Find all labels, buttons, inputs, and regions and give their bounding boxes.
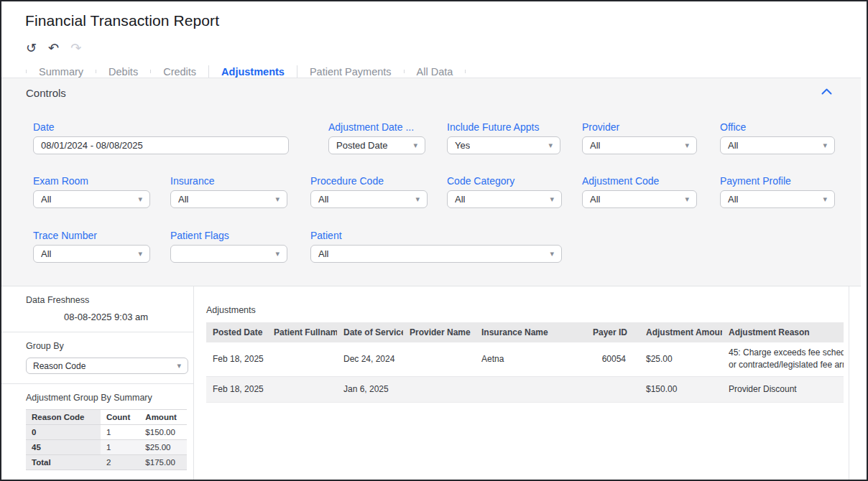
adjustments-header-row: Posted Date Patient Fullname Date of Ser…: [206, 322, 844, 342]
caret-down-icon: ▾: [415, 195, 420, 204]
code-category-dropdown[interactable]: All ▾: [447, 190, 562, 208]
date-range-input[interactable]: 08/01/2024 - 08/08/2025: [33, 136, 289, 154]
group-by-summary-title: Adjustment Group By Summary: [26, 393, 186, 403]
group-by-summary-table: Reason Code Count Amount 0 1 $150.00 45: [26, 409, 187, 470]
cell-date-of-service: Dec 24, 2024: [337, 342, 403, 376]
filter-patient-flags: Patient Flags ▾: [170, 230, 287, 263]
cell-patient-fullname: [267, 342, 337, 376]
caret-down-icon: ▾: [823, 141, 827, 150]
filter-patient-flags-label: Patient Flags: [170, 230, 287, 241]
filter-adjustment-code: Adjustment Code All ▾: [582, 175, 697, 208]
data-freshness-label: Data Freshness: [26, 295, 186, 305]
filter-exam-room-label: Exam Room: [33, 175, 150, 187]
payment-profile-dropdown[interactable]: All ▾: [720, 190, 835, 208]
group-by-section: Group By Reason Code ▾: [1, 332, 193, 384]
cell-insurance-name: [475, 376, 586, 402]
caret-down-icon: ▾: [275, 195, 280, 204]
cell-insurance-name: Aetna: [475, 342, 586, 376]
col-provider-name: Provider Name: [403, 322, 475, 342]
cell-provider-name: [403, 376, 475, 402]
summary-header-row: Reason Code Count Amount: [26, 410, 187, 425]
refresh-icon[interactable]: ↺: [24, 42, 38, 55]
adjustments-table-title: Adjustments: [206, 305, 867, 315]
filter-office-label: Office: [720, 121, 835, 133]
redo-icon: ↷: [69, 42, 83, 55]
adjustment-code-dropdown[interactable]: All ▾: [582, 190, 697, 208]
filter-date: Date 08/01/2024 - 08/08/2025: [33, 121, 289, 154]
filter-include-future-appts: Include Future Appts Yes ▾: [447, 121, 560, 154]
report-body: Data Freshness 08-08-2025 9:03 am Group …: [1, 286, 867, 480]
cell-posted-date: Feb 18, 2025: [206, 376, 267, 402]
adjustment-row[interactable]: Feb 18, 2025 Dec 24, 2024 Aetna 60054 $2…: [206, 342, 844, 376]
collapse-chevron-icon[interactable]: [821, 86, 832, 97]
tab-summary[interactable]: Summary: [27, 65, 96, 78]
summary-row: 0 1 $150.00: [26, 425, 187, 440]
filter-provider-label: Provider: [582, 121, 697, 133]
group-by-dropdown[interactable]: Reason Code ▾: [26, 358, 188, 374]
adjustments-panel: Adjustments Posted Date Patient Fullname…: [194, 286, 867, 480]
cell-posted-date: Feb 18, 2025: [206, 342, 267, 376]
caret-down-icon: ▾: [550, 195, 554, 204]
summary-col-reason-code: Reason Code: [26, 410, 101, 425]
exam-room-dropdown[interactable]: All ▾: [33, 190, 150, 208]
insurance-dropdown[interactable]: All ▾: [170, 190, 287, 208]
filter-payment-profile-label: Payment Profile: [720, 175, 835, 187]
patient-dropdown[interactable]: All ▾: [310, 245, 562, 263]
tab-adjustments[interactable]: Adjustments: [208, 65, 297, 78]
cell-date-of-service: Jan 6, 2025: [337, 376, 403, 402]
col-patient-fullname: Patient Fullname: [267, 322, 337, 342]
tab-credits[interactable]: Credits: [151, 65, 208, 78]
cell-patient-fullname: [267, 376, 337, 402]
col-adjustment-reason: Adjustment Reason: [722, 322, 844, 342]
filter-code-category: Code Category All ▾: [447, 175, 562, 208]
summary-col-count: Count: [101, 410, 139, 425]
cell-provider-name: [403, 342, 475, 376]
include-future-appts-dropdown[interactable]: Yes ▾: [447, 136, 560, 154]
tab-separator: [465, 70, 466, 73]
filter-code-category-label: Code Category: [447, 175, 562, 187]
filter-insurance-label: Insurance: [170, 175, 287, 187]
cell-adjustment-reason: Provider Discount: [722, 376, 844, 402]
tab-bar: Summary Debits Credits Adjustments Patie…: [26, 65, 867, 78]
filter-trace-number-label: Trace Number: [33, 230, 150, 241]
caret-down-icon: ▾: [548, 141, 553, 150]
adjustment-row[interactable]: Feb 18, 2025 Jan 6, 2025 $150.00 Provide…: [206, 376, 844, 402]
col-insurance-name: Insurance Name: [475, 322, 586, 342]
caret-down-icon: ▾: [138, 249, 142, 258]
filter-trace-number: Trace Number All ▾: [33, 230, 150, 263]
trace-number-dropdown[interactable]: All ▾: [33, 245, 150, 263]
filter-procedure-code: Procedure Code All ▾: [310, 175, 428, 208]
col-payer-id: Payer ID: [586, 322, 627, 342]
undo-icon[interactable]: ↶: [47, 42, 60, 55]
group-by-summary-section: Adjustment Group By Summary Reason Code …: [1, 384, 193, 480]
caret-down-icon: ▾: [413, 141, 417, 150]
summary-sidebar: Data Freshness 08-08-2025 9:03 am Group …: [1, 286, 194, 480]
group-by-label: Group By: [26, 341, 186, 351]
data-freshness-section: Data Freshness 08-08-2025 9:03 am: [1, 286, 193, 332]
page-title: Financial Transaction Report: [1, 1, 867, 29]
controls-title: Controls: [26, 87, 66, 99]
col-posted-date: Posted Date: [206, 322, 267, 342]
caret-down-icon: ▾: [685, 141, 689, 150]
tab-debits[interactable]: Debits: [96, 65, 150, 78]
filter-patient: Patient All ▾: [310, 230, 562, 263]
filter-adjustment-code-label: Adjustment Code: [582, 175, 697, 187]
filter-date-label: Date: [33, 121, 289, 133]
cell-adjustment-amount: $25.00: [627, 342, 722, 376]
caret-down-icon: ▾: [550, 249, 554, 258]
caret-down-icon: ▾: [685, 195, 689, 204]
cell-adjustment-amount: $150.00: [627, 376, 722, 402]
adjustment-date-type-dropdown[interactable]: Posted Date ▾: [328, 136, 425, 154]
tab-patient-payments[interactable]: Patient Payments: [297, 65, 404, 78]
tab-all-data[interactable]: All Data: [405, 65, 466, 78]
procedure-code-dropdown[interactable]: All ▾: [310, 190, 428, 208]
provider-dropdown[interactable]: All ▾: [582, 136, 697, 154]
filter-include-future-appts-label: Include Future Appts: [447, 121, 560, 133]
filter-adjustment-date-type: Adjustment Date ... Posted Date ▾: [328, 121, 425, 154]
cell-payer-id: [586, 376, 627, 402]
patient-flags-dropdown[interactable]: ▾: [170, 245, 287, 263]
office-dropdown[interactable]: All ▾: [720, 136, 835, 154]
financial-transaction-report-window: Financial Transaction Report ↺ ↶ ↷ Summa…: [0, 0, 868, 481]
filter-patient-label: Patient: [310, 230, 562, 241]
summary-col-amount: Amount: [139, 410, 187, 425]
